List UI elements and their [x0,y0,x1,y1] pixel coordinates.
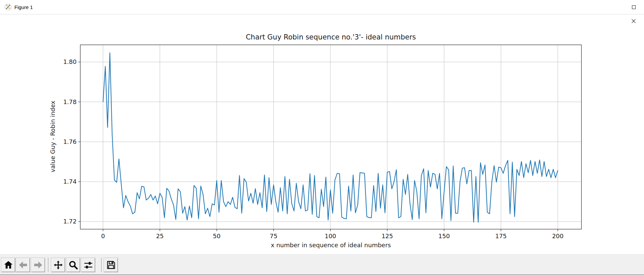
figure-canvas[interactable]: 02550751001251501752001.721.741.761.781.… [0,14,644,254]
maximize-button[interactable] [623,0,644,14]
close-button[interactable] [623,14,644,28]
zoom-button[interactable] [66,258,80,272]
pan-button[interactable] [51,258,65,272]
toolbar-separator [48,258,49,272]
forward-arrow-icon [33,260,43,270]
y-tick-label: 1.74 [63,178,77,185]
axes-border [80,45,581,229]
x-tick-label: 75 [270,233,277,240]
plot-area: 02550751001251501752001.721.741.761.781.… [0,14,644,254]
y-tick-label: 1.76 [63,138,77,145]
x-tick-label: 25 [156,233,164,240]
y-tick-label: 1.78 [63,98,77,105]
home-button[interactable] [1,258,15,272]
y-axis-label: value Guy - Robin index [49,101,56,172]
toolbar-separator [101,258,102,272]
toolbar [0,254,644,275]
x-tick-label: 200 [552,233,563,240]
x-tick-label: 0 [101,233,105,240]
titlebar: Figure 1 [0,0,644,14]
chart-title: Chart Guy Robin sequence no.'3'- ideal n… [80,33,581,41]
matplotlib-logo-icon [4,3,12,11]
x-tick-label: 150 [438,233,450,240]
close-icon [631,19,636,23]
x-axis-label: x number in sequence of ideal numbers [80,242,581,249]
subplots-button[interactable] [81,258,95,272]
back-arrow-icon [18,260,28,270]
maximize-icon [632,5,636,9]
x-tick-label: 125 [381,233,393,240]
back-button[interactable] [16,258,30,272]
forward-button[interactable] [31,258,45,272]
x-tick-label: 50 [213,233,220,240]
y-tick-label: 1.80 [63,58,77,65]
y-tick-label: 1.72 [63,218,77,225]
x-tick-label: 100 [325,233,336,240]
x-tick-label: 175 [495,233,507,240]
zoom-magnifier-icon [68,260,78,270]
save-button[interactable] [104,258,118,272]
save-floppy-icon [106,260,116,270]
subplots-sliders-icon [83,260,93,270]
home-icon [3,260,13,270]
window-title: Figure 1 [14,4,33,10]
pan-arrows-icon [53,260,63,270]
